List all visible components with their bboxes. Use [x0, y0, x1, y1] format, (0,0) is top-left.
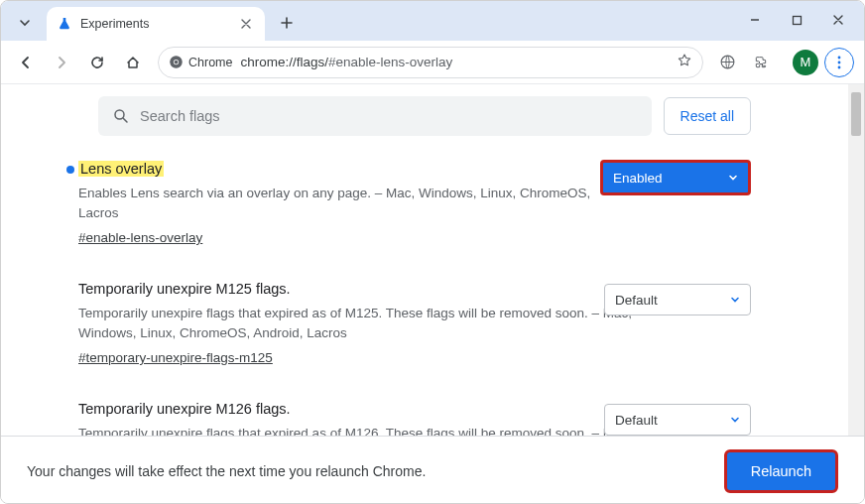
flag-hash-link[interactable]: #enable-lens-overlay	[78, 230, 202, 245]
chrome-icon	[169, 55, 184, 69]
flag-state-value: Default	[615, 413, 658, 428]
new-tab-button[interactable]	[273, 9, 301, 37]
flag-description: Enables Lens search via an overlay on an…	[78, 184, 634, 222]
tab-title: Experiments	[80, 17, 237, 31]
star-icon	[677, 53, 692, 68]
profile-avatar[interactable]: M	[793, 50, 818, 75]
window-maximize-button[interactable]	[777, 5, 816, 35]
tab-search-dropdown[interactable]	[9, 9, 41, 37]
svg-point-7	[838, 65, 841, 68]
globe-shield-icon	[719, 54, 736, 70]
page-content: Reset all Lens overlayEnables Lens searc…	[1, 84, 848, 436]
chrome-menu-button[interactable]	[824, 48, 854, 77]
flag-description: Temporarily unexpire flags that expired …	[78, 304, 634, 342]
address-text: chrome://flags/#enable-lens-overlay	[240, 55, 669, 69]
plus-icon	[280, 16, 294, 30]
kebab-icon	[837, 56, 841, 69]
flag-state-value: Default	[615, 293, 658, 308]
minimize-icon	[749, 14, 761, 26]
chevron-down-icon	[19, 17, 31, 29]
reload-button[interactable]	[82, 48, 112, 77]
puzzle-icon	[753, 55, 769, 70]
flag-hash-link[interactable]: #temporary-unexpire-flags-m125	[78, 350, 273, 365]
scrollbar-thumb[interactable]	[851, 92, 861, 136]
flag-state-value: Enabled	[613, 171, 663, 186]
chevron-down-icon	[730, 415, 740, 425]
modified-indicator	[66, 166, 74, 174]
svg-point-5	[838, 56, 841, 59]
window-minimize-button[interactable]	[735, 5, 775, 35]
vertical-scrollbar[interactable]	[848, 84, 864, 436]
address-bar[interactable]: Chrome chrome://flags/#enable-lens-overl…	[158, 47, 703, 78]
chevron-down-icon	[730, 295, 740, 305]
flag-item: Lens overlayEnables Lens search via an o…	[1, 160, 848, 246]
browser-toolbar: Chrome chrome://flags/#enable-lens-overl…	[1, 41, 864, 84]
tab-close-button[interactable]	[237, 15, 255, 33]
forward-button[interactable]	[47, 48, 76, 77]
flag-title: Lens overlay	[78, 161, 164, 177]
home-button[interactable]	[118, 48, 148, 77]
window-close-button[interactable]	[818, 5, 858, 35]
arrow-right-icon	[54, 55, 69, 70]
flag-state-select[interactable]: Default	[604, 404, 751, 436]
svg-point-8	[115, 110, 124, 119]
flag-title: Temporarily unexpire M126 flags.	[78, 401, 291, 417]
maximize-icon	[792, 15, 803, 26]
browser-tab[interactable]: Experiments	[47, 7, 265, 41]
close-icon	[832, 14, 844, 26]
svg-point-3	[175, 61, 179, 64]
chrome-chip: Chrome	[169, 55, 232, 69]
home-icon	[125, 55, 141, 70]
site-settings-button[interactable]	[713, 49, 741, 76]
relaunch-button[interactable]: Relaunch	[724, 449, 838, 493]
window-titlebar: Experiments	[1, 1, 864, 41]
relaunch-message: Your changes will take effect the next t…	[27, 463, 426, 479]
flag-description: Temporarily unexpire flags that expired …	[78, 424, 634, 436]
svg-point-6	[838, 61, 841, 63]
flag-state-select[interactable]: Default	[604, 284, 751, 315]
svg-rect-0	[793, 16, 801, 24]
search-flags-input[interactable]	[140, 108, 638, 124]
chrome-chip-label: Chrome	[188, 56, 232, 69]
flag-title: Temporarily unexpire M125 flags.	[78, 281, 291, 297]
back-button[interactable]	[11, 48, 41, 77]
extensions-button[interactable]	[747, 49, 775, 76]
search-icon	[112, 107, 130, 125]
relaunch-bar: Your changes will take effect the next t…	[1, 436, 864, 504]
chevron-down-icon	[728, 173, 738, 183]
window-controls	[735, 5, 858, 35]
bookmark-button[interactable]	[677, 53, 692, 72]
flag-state-select[interactable]: Enabled	[600, 160, 751, 195]
reload-icon	[89, 55, 105, 70]
close-icon	[241, 19, 251, 29]
search-flags-box[interactable]	[98, 96, 652, 136]
reset-all-button[interactable]: Reset all	[664, 97, 751, 135]
arrow-left-icon	[18, 55, 34, 70]
flask-icon	[57, 16, 72, 32]
flag-item: Temporarily unexpire M125 flags.Temporar…	[1, 280, 848, 366]
flag-item: Temporarily unexpire M126 flags.Temporar…	[1, 400, 848, 436]
